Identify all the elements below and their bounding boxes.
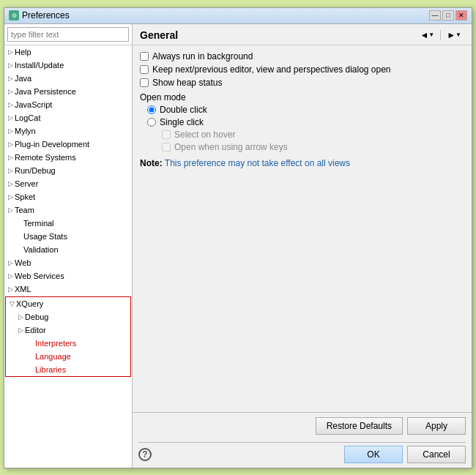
- single-click-row: Single click: [140, 117, 464, 127]
- tree-item-web-services[interactable]: ▷ Web Services: [4, 269, 132, 283]
- tree-item-web[interactable]: ▷ Web: [4, 256, 132, 269]
- expand-arrow-debug: ▷: [16, 313, 25, 321]
- expand-arrow: ▷: [6, 258, 15, 267]
- open-arrow-label: Open when using arrow keys: [174, 142, 288, 152]
- tree-item-logcat[interactable]: ▷ LogCat: [4, 111, 132, 124]
- open-arrow-checkbox[interactable]: [162, 143, 171, 152]
- keep-next-row: Keep next/previous editor, view and pers…: [140, 64, 464, 75]
- filter-box: [4, 24, 132, 45]
- ok-button[interactable]: OK: [344, 446, 403, 463]
- tree-label-xquery: XQuery: [16, 299, 43, 308]
- expand-arrow: ▷: [6, 166, 15, 175]
- restore-defaults-button[interactable]: Restore Defaults: [316, 417, 403, 435]
- tree-item-xquery[interactable]: ▽ XQuery: [6, 297, 130, 310]
- tree-label-web: Web: [15, 258, 31, 267]
- leaf-spacer: [15, 232, 23, 241]
- tree-item-editor[interactable]: ▷ Editor: [6, 323, 130, 337]
- filter-input[interactable]: [7, 27, 129, 42]
- tree-item-run-debug[interactable]: ▷ Run/Debug: [4, 164, 132, 177]
- open-mode-label: Open mode: [140, 92, 464, 102]
- bottom-area: Restore Defaults Apply ? OK Cancel: [133, 412, 472, 468]
- nav-separator: [440, 30, 441, 40]
- tree-item-mylyn[interactable]: ▷ Mylyn: [4, 124, 132, 138]
- tree-item-interpreters[interactable]: Interpreters: [6, 337, 130, 350]
- tree-item-remote-systems[interactable]: ▷ Remote Systems: [4, 151, 132, 164]
- tree-item-debug[interactable]: ▷ Debug: [6, 310, 130, 323]
- tree-label-java-persistence: Java Persistence: [15, 87, 76, 96]
- tree-label-editor: Editor: [25, 326, 46, 334]
- maximize-button[interactable]: □: [442, 10, 454, 20]
- leaf-spacer: [26, 365, 35, 374]
- tree-item-language[interactable]: Language: [6, 350, 130, 363]
- back-dropdown-icon: ▼: [428, 31, 434, 38]
- nav-arrows: ◄ ▼ ► ▼: [417, 29, 464, 42]
- expand-arrow: ▷: [6, 61, 15, 70]
- panel-body: Always run in background Keep next/previ…: [133, 45, 472, 412]
- single-click-radio[interactable]: [147, 118, 156, 127]
- forward-arrow-icon: ►: [447, 30, 455, 40]
- expand-arrow: ▷: [6, 179, 15, 188]
- leaf-spacer: [26, 352, 35, 361]
- expand-arrow: ▷: [6, 272, 15, 280]
- single-click-label: Single click: [160, 117, 204, 127]
- tree-label-java: Java: [15, 74, 31, 83]
- always-run-checkbox[interactable]: [140, 52, 149, 61]
- tree-label-web-services: Web Services: [15, 272, 64, 280]
- tree-item-libraries[interactable]: Libraries: [6, 363, 130, 376]
- double-click-label: Double click: [160, 105, 207, 115]
- tree-item-xml[interactable]: ▷ XML: [4, 283, 132, 296]
- tree-item-validation[interactable]: Validation: [4, 243, 132, 256]
- tree-item-server[interactable]: ▷ Server: [4, 177, 132, 190]
- panel-title: General: [140, 29, 178, 41]
- tree-item-plugin-development[interactable]: ▷ Plug-in Development: [4, 138, 132, 151]
- panel-header: General ◄ ▼ ► ▼: [133, 24, 472, 45]
- tree-label-mylyn: Mylyn: [15, 127, 36, 135]
- tree-item-java[interactable]: ▷ Java: [4, 72, 132, 85]
- expand-arrow-editor: ▷: [16, 326, 25, 334]
- tree-item-terminal[interactable]: Terminal: [4, 217, 132, 230]
- show-heap-checkbox[interactable]: [140, 78, 149, 87]
- tree-label-terminal: Terminal: [23, 219, 54, 228]
- expand-arrow: ▷: [6, 153, 15, 162]
- open-arrow-row: Open when using arrow keys: [140, 142, 464, 152]
- tree-label-spket: Spket: [15, 192, 35, 201]
- tree-label-usage-stats: Usage Stats: [23, 232, 67, 241]
- tree-item-spket[interactable]: ▷ Spket: [4, 190, 132, 203]
- main-content: ▷ Help ▷ Install/Update ▷ Java ▷ Java Pe…: [4, 24, 472, 468]
- tree-label-run-debug: Run/Debug: [15, 166, 56, 175]
- apply-button[interactable]: Apply: [407, 417, 466, 435]
- window-icon: ⚙: [9, 10, 19, 20]
- tree-item-install-update[interactable]: ▷ Install/Update: [4, 59, 132, 72]
- cancel-button[interactable]: Cancel: [407, 446, 466, 463]
- leaf-spacer: [26, 339, 35, 348]
- select-hover-checkbox[interactable]: [162, 130, 171, 139]
- keep-next-label: Keep next/previous editor, view and pers…: [152, 64, 391, 75]
- tree-item-java-persistence[interactable]: ▷ Java Persistence: [4, 85, 132, 98]
- tree-label-validation: Validation: [23, 245, 59, 254]
- minimize-button[interactable]: —: [429, 10, 441, 20]
- tree-label-install-update: Install/Update: [15, 61, 64, 70]
- expand-arrow-xquery: ▽: [7, 299, 16, 308]
- tree-item-javascript[interactable]: ▷ JavaScript: [4, 98, 132, 111]
- tree-label-remote-systems: Remote Systems: [15, 153, 76, 162]
- forward-button[interactable]: ► ▼: [444, 29, 464, 42]
- right-panel: General ◄ ▼ ► ▼ Always run in back: [133, 24, 472, 468]
- expand-arrow: ▷: [6, 206, 15, 214]
- keep-next-checkbox[interactable]: [140, 65, 149, 74]
- select-hover-label: Select on hover: [174, 130, 235, 140]
- always-run-label: Always run in background: [152, 51, 253, 61]
- back-button[interactable]: ◄ ▼: [417, 29, 437, 42]
- tree-item-help[interactable]: ▷ Help: [4, 45, 132, 59]
- show-heap-label: Show heap status: [152, 78, 222, 88]
- double-click-radio[interactable]: [147, 105, 156, 114]
- tree-container[interactable]: ▷ Help ▷ Install/Update ▷ Java ▷ Java Pe…: [4, 45, 132, 468]
- tree-item-usage-stats[interactable]: Usage Stats: [4, 230, 132, 243]
- expand-arrow: ▷: [6, 74, 15, 83]
- tree-item-team[interactable]: ▷ Team: [4, 203, 132, 217]
- restore-apply-row: Restore Defaults Apply: [138, 417, 466, 435]
- left-panel: ▷ Help ▷ Install/Update ▷ Java ▷ Java Pe…: [4, 24, 133, 468]
- help-button[interactable]: ?: [138, 448, 152, 461]
- note-content: This preference may not take effect on a…: [165, 158, 350, 168]
- back-arrow-icon: ◄: [420, 30, 428, 40]
- close-button[interactable]: ✕: [455, 10, 467, 20]
